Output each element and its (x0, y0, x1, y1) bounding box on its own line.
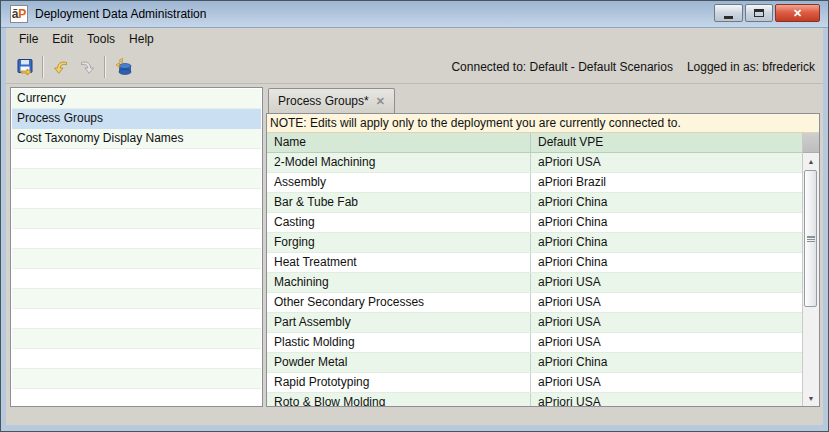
close-button[interactable]: ✕ (775, 4, 820, 22)
cell-default-vpe: aPriori USA (531, 333, 802, 352)
database-sync-icon (114, 58, 132, 76)
app-window: āP Deployment Data Administration ✕ File… (0, 0, 829, 432)
tab-process-groups[interactable]: Process Groups* ✕ (268, 88, 395, 113)
cell-name: Powder Metal (267, 353, 531, 372)
sidebar-item-label: Currency (17, 91, 66, 105)
toolbar-separator (42, 56, 44, 78)
window-controls: ✕ (714, 4, 820, 22)
cell-default-vpe: aPriori China (531, 193, 802, 212)
cell-default-vpe: aPriori USA (531, 153, 802, 172)
menu-bar: File Edit Tools Help (6, 28, 823, 50)
main-content: Currency Process Groups Cost Taxonomy Di… (10, 87, 820, 407)
toolbar: Connected to: Default - Default Scenario… (6, 50, 823, 84)
cell-default-vpe: aPriori USA (531, 373, 802, 392)
sidebar-item[interactable] (12, 289, 261, 309)
cell-name: Part Assembly (267, 313, 531, 332)
table-row[interactable]: Part Assembly aPriori USA (267, 313, 802, 333)
table-row[interactable]: Heat Treatment aPriori China (267, 253, 802, 273)
minimize-button[interactable] (714, 4, 743, 22)
tab-label: Process Groups* (278, 94, 369, 108)
menu-item[interactable]: Help (122, 30, 161, 48)
cell-name: Assembly (267, 173, 531, 192)
table-row[interactable]: Casting aPriori China (267, 213, 802, 233)
sidebar-item[interactable] (12, 229, 261, 249)
table-row[interactable]: Other Secondary Processes aPriori USA (267, 293, 802, 313)
data-grid: Name Default VPE 2-Model Machining aPrio… (267, 133, 819, 406)
cell-default-vpe: aPriori China (531, 213, 802, 232)
menu-item[interactable]: Edit (45, 30, 80, 48)
vertical-scrollbar[interactable]: ▲ ▼ (802, 133, 819, 406)
sidebar-item[interactable] (12, 269, 261, 289)
sidebar-item-label: Process Groups (17, 111, 103, 125)
redo-icon (78, 58, 96, 76)
cell-default-vpe: aPriori Brazil (531, 173, 802, 192)
cell-default-vpe: aPriori USA (531, 313, 802, 332)
cell-default-vpe: aPriori USA (531, 273, 802, 292)
cell-default-vpe: aPriori China (531, 233, 802, 252)
sidebar-item[interactable] (12, 249, 261, 269)
sidebar-item[interactable] (12, 389, 261, 407)
cell-name: Forging (267, 233, 531, 252)
editor-panel: Process Groups* ✕ NOTE: Edits will apply… (266, 87, 820, 407)
table-row[interactable]: Roto & Blow Molding aPriori USA (267, 393, 802, 406)
table-row[interactable]: Powder Metal aPriori China (267, 353, 802, 373)
scroll-up-icon[interactable]: ▲ (803, 153, 819, 169)
cell-default-vpe: aPriori China (531, 353, 802, 372)
sidebar-item[interactable]: Cost Taxonomy Display Names (12, 129, 261, 149)
cell-name: 2-Model Machining (267, 153, 531, 172)
database-sync-button[interactable] (110, 54, 136, 80)
sidebar-item-label: Cost Taxonomy Display Names (17, 131, 184, 145)
menu-item[interactable]: File (12, 30, 45, 48)
cell-name: Heat Treatment (267, 253, 531, 272)
undo-button[interactable] (48, 54, 74, 80)
table-row[interactable]: Plastic Molding aPriori USA (267, 333, 802, 353)
table-row[interactable]: Assembly aPriori Brazil (267, 173, 802, 193)
menu-item[interactable]: Tools (80, 30, 122, 48)
sidebar-item[interactable] (12, 309, 261, 329)
table-row[interactable]: Bar & Tube Fab aPriori China (267, 193, 802, 213)
maximize-button[interactable] (745, 4, 773, 22)
tab-close-icon[interactable]: ✕ (376, 96, 385, 107)
editor-area: NOTE: Edits will apply only to the deplo… (266, 113, 820, 407)
connected-to-text: Connected to: Default - Default Scenario… (451, 60, 672, 74)
scrollbar-header-gap (803, 133, 819, 153)
table-header: Name Default VPE (267, 133, 802, 153)
sidebar-item[interactable] (12, 369, 261, 389)
save-button[interactable] (12, 54, 38, 80)
scrollbar-track[interactable]: ▲ ▼ (803, 153, 819, 406)
category-list: Currency Process Groups Cost Taxonomy Di… (10, 87, 263, 407)
sidebar-item[interactable]: Currency (12, 89, 261, 109)
cell-name: Casting (267, 213, 531, 232)
redo-button[interactable] (74, 54, 100, 80)
table-row[interactable]: Rapid Prototyping aPriori USA (267, 373, 802, 393)
sidebar-item[interactable] (12, 209, 261, 229)
app-logo-icon: āP (10, 5, 28, 23)
minimize-icon (724, 16, 733, 19)
scrollbar-thumb[interactable] (804, 170, 817, 307)
table-row[interactable]: 2-Model Machining aPriori USA (267, 153, 802, 173)
sidebar-item[interactable]: Process Groups (12, 109, 261, 129)
cell-default-vpe: aPriori China (531, 253, 802, 272)
maximize-icon (754, 9, 764, 17)
sidebar-item[interactable] (12, 149, 261, 169)
cell-name: Rapid Prototyping (267, 373, 531, 392)
note-bar: NOTE: Edits will apply only to the deplo… (267, 114, 819, 133)
cell-name: Plastic Molding (267, 333, 531, 352)
sidebar-item[interactable] (12, 329, 261, 349)
sidebar-item[interactable] (12, 349, 261, 369)
cell-default-vpe: aPriori USA (531, 293, 802, 312)
column-header-default-vpe[interactable]: Default VPE (531, 133, 802, 152)
scrollbar-grip-icon (807, 236, 815, 242)
sidebar-item[interactable] (12, 189, 261, 209)
table-row[interactable]: Forging aPriori China (267, 233, 802, 253)
connection-status: Connected to: Default - Default Scenario… (451, 60, 823, 74)
scroll-down-icon[interactable]: ▼ (803, 390, 819, 406)
toolbar-separator (104, 56, 106, 78)
cell-name: Machining (267, 273, 531, 292)
save-icon (16, 58, 34, 76)
sidebar-item[interactable] (12, 169, 261, 189)
column-header-name[interactable]: Name (267, 133, 531, 152)
table-row[interactable]: Machining aPriori USA (267, 273, 802, 293)
undo-icon (52, 58, 70, 76)
logged-in-text: Logged in as: bfrederick (687, 60, 815, 74)
